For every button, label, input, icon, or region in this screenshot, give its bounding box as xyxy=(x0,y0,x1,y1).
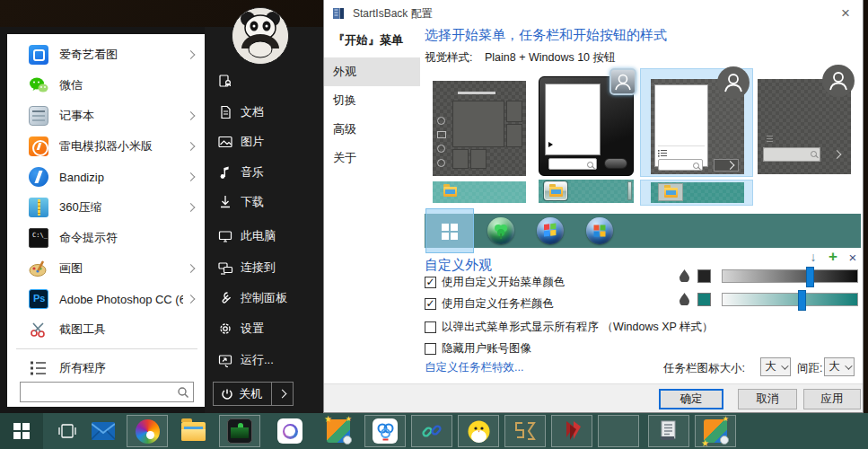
checkbox-icon[interactable] xyxy=(425,321,436,333)
sidebar-item-switching[interactable]: 切换 xyxy=(324,86,420,115)
style-thumbnail-windows10[interactable] xyxy=(433,81,526,176)
apply-button[interactable]: 应用 xyxy=(803,389,861,409)
icon-size-label: 任务栏图标大小: xyxy=(663,361,745,376)
style-thumbnail-plain8[interactable] xyxy=(651,79,744,174)
photoshop-icon xyxy=(29,289,48,309)
all-programs-item[interactable]: 所有程序 xyxy=(7,353,206,383)
browser-app-button[interactable] xyxy=(127,415,168,447)
app-item-snipping[interactable]: 截图工具 xyxy=(7,314,206,345)
style-thumbnail-plain10[interactable] xyxy=(758,79,851,174)
wechat-icon xyxy=(29,75,48,95)
place-item-control-panel[interactable]: 控制面板 xyxy=(205,285,323,312)
icon-size-dropdown[interactable]: 大 xyxy=(760,357,791,376)
taskbar-start-button[interactable] xyxy=(0,413,43,449)
orange-window-button[interactable] xyxy=(598,415,639,447)
app-item-photoshop[interactable]: Adobe Photoshop CC (64 Bit) xyxy=(7,284,206,314)
remove-style-icon[interactable]: × xyxy=(845,250,861,266)
taskbar-color-slider[interactable] xyxy=(722,293,858,306)
chevron-right-icon xyxy=(187,264,196,273)
red-arrows-app-button[interactable] xyxy=(551,415,592,447)
place-item-pictures[interactable]: 图片 xyxy=(205,128,323,155)
dialog-titlebar[interactable]: StartIsBack 配置 × xyxy=(324,0,863,27)
style-thumbnail-aero[interactable] xyxy=(539,76,634,176)
app-item-360zip[interactable]: 360压缩 xyxy=(7,192,206,223)
file-explorer-button[interactable] xyxy=(172,415,214,447)
user-avatar[interactable] xyxy=(232,7,289,65)
checkbox-label: 以弹出式菜单形式显示所有程序 （Windows XP 样式） xyxy=(442,320,714,335)
place-item-connect-to[interactable]: 连接到 xyxy=(205,254,323,281)
android-emulator-icon xyxy=(227,418,252,444)
search-input[interactable] xyxy=(24,383,175,401)
game-collage-button[interactable]: ★ ★ xyxy=(318,415,359,447)
checkbox-custom-taskbar-color[interactable]: 使用自定义任务栏颜色 xyxy=(425,296,554,312)
checkbox-icon[interactable] xyxy=(425,343,436,355)
sidebar-item-advanced[interactable]: 高级 xyxy=(324,115,420,144)
slider-thumb[interactable] xyxy=(798,290,806,311)
checkbox-hide-user-avatar[interactable]: 隐藏用户账号图像 xyxy=(425,341,531,357)
place-item-run[interactable]: 运行... xyxy=(205,347,323,374)
shutdown-options-arrow[interactable] xyxy=(272,383,293,405)
spacing-dropdown[interactable]: 大 xyxy=(824,357,855,376)
desktop: 爱奇艺看图 微信 记事本 雷电模拟器小米版 Bandizi xyxy=(0,0,868,449)
gold-ss-app-button[interactable] xyxy=(504,415,546,447)
slider-thumb[interactable] xyxy=(806,267,814,287)
blue-circles-app-button[interactable] xyxy=(364,415,406,447)
checkbox-popup-all-programs[interactable]: 以弹出式菜单形式显示所有程序 （Windows XP 样式） xyxy=(425,320,714,335)
spacing-value: 大 xyxy=(829,359,840,374)
place-item-settings[interactable]: 设置 xyxy=(205,315,323,342)
android-emulator-button[interactable] xyxy=(219,415,260,447)
cancel-button[interactable]: 取消 xyxy=(738,389,797,409)
snipping-tool-icon xyxy=(29,320,48,339)
start-button-option-windows8-orb[interactable] xyxy=(586,217,613,244)
taskbar-preview-plain8[interactable] xyxy=(651,182,744,203)
checkbox-icon[interactable] xyxy=(425,277,436,288)
place-item-documents[interactable]: 文档 xyxy=(205,99,323,126)
start-button-option-windows10[interactable] xyxy=(425,208,474,253)
color-droplet-icon[interactable] xyxy=(679,269,689,282)
list-app-button[interactable] xyxy=(648,415,689,447)
mail-app-button[interactable] xyxy=(83,415,124,447)
sidebar-item-appearance[interactable]: 外观 xyxy=(324,57,420,86)
chevron-right-icon xyxy=(187,111,196,120)
link-app-button[interactable] xyxy=(411,415,452,447)
app-item-ld-emulator[interactable]: 雷电模拟器小米版 xyxy=(7,131,206,162)
app-item-bandizip[interactable]: Bandizip xyxy=(7,162,206,192)
place-item-user-files[interactable] xyxy=(205,67,323,94)
start-button-option-green-orb[interactable] xyxy=(487,217,514,244)
shutdown-button[interactable]: 关机 xyxy=(213,382,294,406)
place-item-downloads[interactable]: 下载 xyxy=(205,189,323,216)
preview-avatar-circle xyxy=(717,66,750,99)
app-item-wechat[interactable]: 微信 xyxy=(7,70,206,101)
app-item-paint[interactable]: 画图 xyxy=(7,253,206,284)
app-item-iqiyi[interactable]: 爱奇艺看图 xyxy=(7,40,206,70)
checkbox-custom-startmenu-color[interactable]: 使用自定义开始菜单颜色 xyxy=(425,275,566,290)
taskbar-preview-aero[interactable] xyxy=(539,180,634,203)
place-item-this-pc[interactable]: 此电脑 xyxy=(205,223,323,250)
color-droplet-icon[interactable] xyxy=(679,293,689,305)
ring-app-button[interactable] xyxy=(269,415,311,447)
place-label: 下载 xyxy=(241,194,264,210)
visual-style-value[interactable]: Plain8 + Windows 10 按钮 xyxy=(485,51,616,64)
place-item-music[interactable]: 音乐 xyxy=(205,159,323,186)
checkbox-icon[interactable] xyxy=(425,298,436,310)
start-search-box[interactable] xyxy=(20,382,194,402)
game-collage-2-button[interactable]: ★ ★ xyxy=(695,415,736,447)
download-style-icon[interactable]: ↓ xyxy=(805,250,821,266)
startmenu-color-slider[interactable] xyxy=(722,269,858,283)
list-icon xyxy=(657,419,680,443)
startmenu-color-swatch[interactable] xyxy=(697,269,711,283)
start-button-option-windows7-orb[interactable] xyxy=(537,217,564,244)
ld-emulator-icon xyxy=(29,136,48,156)
taskbar-color-swatch[interactable] xyxy=(697,293,711,306)
appearance-heading: 选择开始菜单，任务栏和开始按钮的样式 xyxy=(425,27,667,44)
taskbar-fx-link[interactable]: 自定义任务栏特效... xyxy=(425,360,523,375)
chick-app-button[interactable] xyxy=(458,415,499,447)
taskbar-preview-windows10[interactable] xyxy=(433,181,526,203)
customize-heading: 自定义外观 xyxy=(425,257,492,274)
ok-button[interactable]: 确定 xyxy=(659,389,723,409)
app-item-cmd[interactable]: 命令提示符 xyxy=(7,223,206,253)
close-icon[interactable]: × xyxy=(836,4,855,23)
add-style-icon[interactable]: + xyxy=(825,248,841,264)
app-item-notepad[interactable]: 记事本 xyxy=(7,101,206,131)
sidebar-item-about[interactable]: 关于 xyxy=(324,144,420,172)
